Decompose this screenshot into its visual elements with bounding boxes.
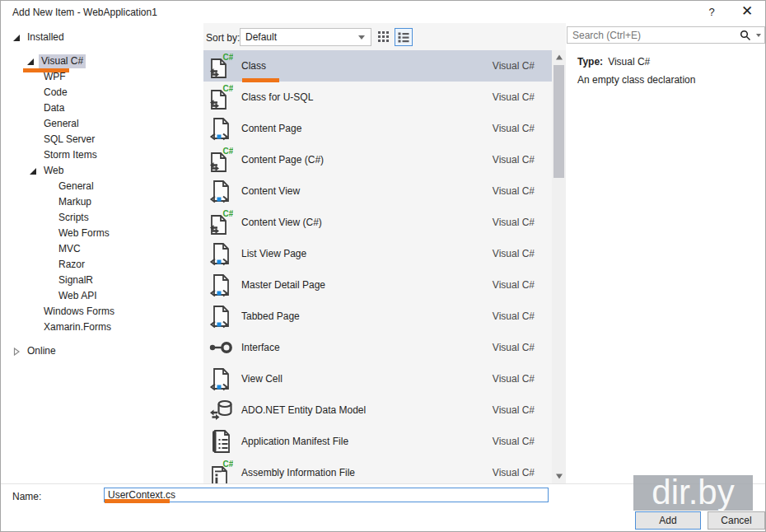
sort-toolbar: Sort by: Default	[203, 23, 566, 50]
template-language: Visual C#	[493, 279, 535, 291]
template-item-assembly-information-file[interactable]: C#Assembly Information FileVisual C#	[203, 457, 552, 483]
search-box[interactable]	[567, 26, 765, 44]
help-button[interactable]: ?	[703, 4, 721, 21]
cancel-button[interactable]: Cancel	[708, 511, 765, 530]
tree-item-web-forms[interactable]: Web Forms	[1, 226, 203, 241]
csharp-class-icon: C#	[208, 147, 233, 173]
title-bar: Add New Item - WebApplication1 ? ✕	[1, 1, 765, 23]
ado-net-icon	[208, 397, 233, 423]
template-language: Visual C#	[493, 467, 535, 478]
template-pane: Sort by: Default	[203, 23, 566, 483]
interface-icon	[208, 334, 233, 361]
tree-indent	[28, 72, 38, 82]
tree-item-label: Razor	[56, 258, 87, 272]
template-item-view-cell[interactable]: View CellVisual C#	[203, 363, 552, 394]
template-name: Application Manifest File	[241, 436, 348, 447]
tree-expanded-icon[interactable]	[28, 166, 38, 176]
tree-indent	[28, 323, 38, 333]
search-icon[interactable]	[740, 30, 751, 41]
details-pane: Type:Visual C# An empty class declaratio…	[566, 23, 766, 483]
template-name: Content View	[241, 185, 300, 197]
scroll-up-icon[interactable]	[552, 50, 566, 64]
svg-text:C#: C#	[223, 460, 233, 469]
tree-item-xamarin-forms[interactable]: Xamarin.Forms	[1, 320, 203, 335]
template-name: View Cell	[241, 373, 283, 385]
template-item-master-detail-page[interactable]: Master Detail PageVisual C#	[203, 269, 552, 301]
tree-item-label: Xamarin.Forms	[41, 320, 114, 334]
tree-indent	[28, 104, 38, 114]
template-item-tabbed-page[interactable]: Tabbed PageVisual C#	[203, 301, 552, 332]
type-row: Type:Visual C#	[577, 56, 650, 68]
tree-indent	[43, 245, 53, 254]
scroll-down-icon[interactable]	[552, 469, 566, 483]
tree-item-mvc[interactable]: MVC	[1, 241, 203, 257]
name-label: Name:	[12, 491, 41, 502]
template-item-list-view-page[interactable]: List View PageVisual C#	[203, 238, 552, 269]
tree-item-label: Code	[41, 86, 70, 100]
chevron-down-icon	[358, 35, 365, 40]
tree-item-signalr[interactable]: SignalR	[1, 273, 203, 288]
tree-item-label: SQL Server	[41, 133, 97, 147]
sort-by-label: Sort by:	[206, 32, 240, 44]
search-input[interactable]	[567, 27, 736, 43]
tree-indent	[43, 182, 53, 192]
sort-dropdown[interactable]: Default	[240, 28, 371, 46]
tree-item-label: Web API	[56, 289, 99, 303]
category-tree: InstalledVisual C#WPFCodeDataGeneralSQL …	[1, 23, 203, 483]
add-button[interactable]: Add	[635, 511, 701, 530]
tree-item-storm-items[interactable]: Storm Items	[1, 147, 203, 163]
template-item-class-for-u-sql[interactable]: C#Class for U-SQLVisual C#	[203, 82, 552, 113]
template-name: Interface	[241, 342, 280, 353]
tree-item-web-api[interactable]: Web API	[1, 288, 203, 304]
svg-text:C#: C#	[223, 209, 233, 218]
tree-item-scripts[interactable]: Scripts	[1, 210, 203, 226]
tree-item-visual-c[interactable]: Visual C#	[1, 54, 203, 69]
template-item-ado-net-entity-data-model[interactable]: ADO.NET Entity Data ModelVisual C#	[203, 394, 552, 426]
name-input[interactable]	[104, 488, 549, 502]
template-item-content-view[interactable]: Content ViewVisual C#	[203, 175, 552, 207]
tree-expanded-icon[interactable]	[12, 33, 21, 43]
tree-item-general[interactable]: General	[1, 179, 203, 194]
tree-indent	[43, 260, 53, 270]
tree-item-web[interactable]: Web	[1, 163, 203, 179]
template-name: Content View (C#)	[241, 217, 322, 228]
tree-item-windows-forms[interactable]: Windows Forms	[1, 304, 203, 320]
template-language: Visual C#	[493, 154, 535, 166]
annotation-underline	[242, 78, 279, 82]
tree-item-installed[interactable]: Installed	[1, 30, 203, 45]
list-view-button[interactable]	[395, 28, 413, 46]
template-item-content-view-c[interactable]: C#Content View (C#)Visual C#	[203, 207, 552, 238]
template-item-content-page-c[interactable]: C#Content Page (C#)Visual C#	[203, 144, 552, 175]
list-scrollbar[interactable]	[552, 50, 566, 483]
small-icons-view-button[interactable]	[375, 28, 393, 46]
tree-indent	[43, 213, 53, 223]
tree-item-online[interactable]: Online	[1, 343, 203, 359]
add-new-item-dialog: Add New Item - WebApplication1 ? ✕ Insta…	[0, 0, 766, 532]
template-item-class[interactable]: C#ClassVisual C#	[203, 50, 552, 82]
tree-item-razor[interactable]: Razor	[1, 257, 203, 273]
tree-expanded-icon[interactable]	[26, 57, 35, 67]
tree-item-code[interactable]: Code	[1, 85, 203, 100]
tree-item-data[interactable]: Data	[1, 100, 203, 116]
tree-item-general[interactable]: General	[1, 116, 203, 132]
tree-indent	[28, 151, 38, 161]
annotation-underline	[23, 68, 69, 72]
template-name: ADO.NET Entity Data Model	[241, 404, 366, 416]
dialog-title: Add New Item - WebApplication1	[12, 7, 157, 18]
manifest-icon	[208, 428, 233, 455]
scrollbar-thumb[interactable]	[553, 65, 564, 178]
assembly-info-icon: C#	[208, 460, 233, 483]
tree-indent	[28, 135, 38, 145]
search-options-chevron-icon[interactable]	[756, 34, 761, 37]
tree-item-markup[interactable]: Markup	[1, 194, 203, 210]
tree-collapsed-icon[interactable]	[12, 347, 21, 357]
tree-item-label: Installed	[25, 30, 67, 44]
template-item-interface[interactable]: InterfaceVisual C#	[203, 332, 552, 363]
tree-indent	[43, 229, 53, 239]
close-button[interactable]: ✕	[734, 2, 760, 21]
template-item-content-page[interactable]: Content PageVisual C#	[203, 113, 552, 144]
template-language: Visual C#	[493, 404, 535, 416]
template-item-application-manifest-file[interactable]: Application Manifest FileVisual C#	[203, 426, 552, 457]
tree-item-sql-server[interactable]: SQL Server	[1, 132, 203, 147]
tree-item-label: WPF	[41, 70, 68, 84]
